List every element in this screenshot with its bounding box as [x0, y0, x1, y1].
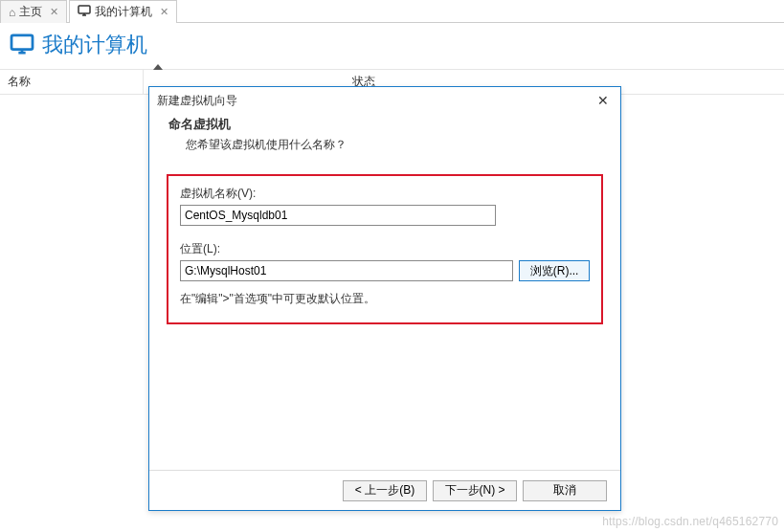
browse-button[interactable]: 浏览(R)...: [519, 260, 590, 281]
highlight-box: 虚拟机名称(V): 位置(L): 浏览(R)... 在"编辑">"首选项"中可更…: [167, 174, 603, 324]
dialog-heading: 命名虚拟机: [168, 116, 601, 133]
column-name[interactable]: 名称: [0, 70, 144, 94]
next-button[interactable]: 下一步(N) >: [433, 480, 517, 501]
vm-name-label: 虚拟机名称(V):: [180, 186, 590, 202]
close-icon[interactable]: ✕: [160, 6, 168, 18]
tab-bar: ⌂ 主页 ✕ 我的计算机 ✕: [0, 0, 784, 23]
page-title: 我的计算机: [42, 31, 147, 59]
dialog-footer: < 上一步(B) 下一步(N) > 取消: [149, 470, 620, 510]
monitor-icon: [10, 33, 34, 57]
tab-home-label: 主页: [19, 4, 42, 20]
location-label: 位置(L):: [180, 241, 590, 257]
dialog-body: 虚拟机名称(V): 位置(L): 浏览(R)... 在"编辑">"首选项"中可更…: [149, 165, 620, 470]
splitter-handle-icon[interactable]: [153, 64, 163, 70]
tab-home[interactable]: ⌂ 主页 ✕: [0, 0, 67, 23]
dialog-title: 新建虚拟机向导: [157, 93, 237, 109]
close-icon[interactable]: ✕: [594, 93, 613, 108]
monitor-icon: [78, 5, 91, 19]
dialog-subheading: 您希望该虚拟机使用什么名称？: [168, 133, 601, 153]
vm-name-input[interactable]: [180, 205, 496, 226]
svg-rect-0: [78, 6, 90, 13]
back-button[interactable]: < 上一步(B): [343, 480, 427, 501]
new-vm-wizard-dialog: 新建虚拟机向导 ✕ 命名虚拟机 您希望该虚拟机使用什么名称？ 虚拟机名称(V):…: [148, 86, 621, 511]
cancel-button[interactable]: 取消: [523, 480, 607, 501]
home-icon: ⌂: [9, 6, 15, 19]
close-icon[interactable]: ✕: [50, 6, 58, 18]
svg-rect-3: [11, 34, 33, 49]
tab-mycomputer[interactable]: 我的计算机 ✕: [69, 0, 177, 23]
dialog-titlebar[interactable]: 新建虚拟机向导 ✕: [149, 87, 620, 114]
location-hint: 在"编辑">"首选项"中可更改默认位置。: [180, 291, 590, 307]
page-header: 我的计算机: [0, 23, 784, 70]
tab-mycomputer-label: 我的计算机: [95, 4, 152, 20]
watermark: https://blog.csdn.net/q465162770: [602, 515, 778, 528]
dialog-header: 命名虚拟机 您希望该虚拟机使用什么名称？: [149, 114, 620, 165]
location-input[interactable]: [180, 260, 513, 281]
